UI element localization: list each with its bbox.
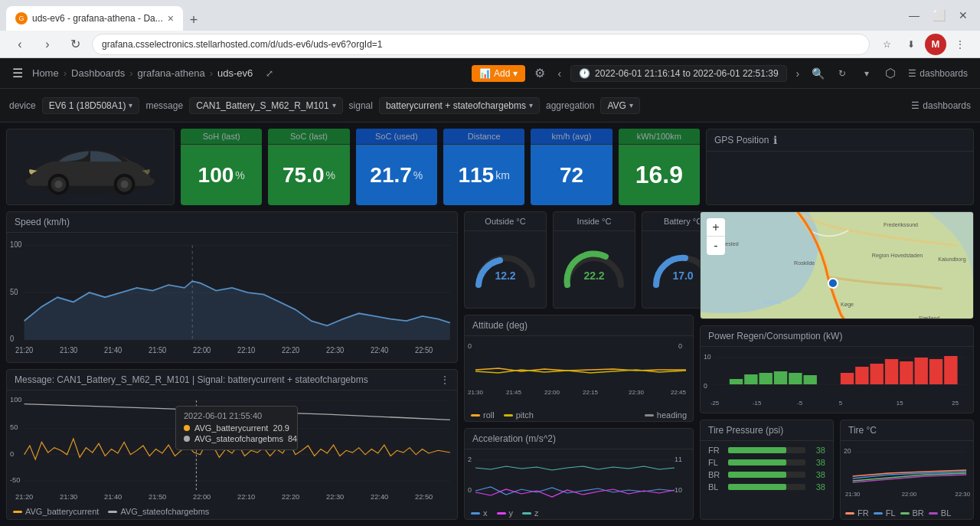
legend-z-color bbox=[522, 512, 531, 515]
car-image bbox=[7, 129, 174, 204]
profile-button[interactable]: M bbox=[925, 34, 946, 55]
active-tab[interactable]: G uds-ev6 - grafana-athena - Da... × bbox=[6, 6, 183, 31]
soc-used-value: 21.7% bbox=[356, 145, 437, 205]
outside-temp-panel: Outside °C 12.2 bbox=[464, 211, 547, 309]
distance-panel: Distance 115km bbox=[443, 129, 524, 205]
tire-pressure-panel: Tire Pressure (psi) FR 38 FL bbox=[700, 420, 834, 520]
tire-fl-row: FL 38 bbox=[708, 458, 825, 467]
grafana-app: ☰ Home › Dashboards › grafana-athena › u… bbox=[0, 58, 980, 526]
accel-chart-title: Acceleration (m/s^2) bbox=[472, 433, 556, 444]
svg-text:22:30: 22:30 bbox=[629, 389, 645, 396]
refresh-icon[interactable]: ↻ bbox=[833, 64, 851, 83]
legend-tire-fl-label: FL bbox=[886, 508, 896, 518]
svg-text:-25: -25 bbox=[710, 400, 720, 407]
download-icon[interactable]: ⬇ bbox=[900, 34, 922, 55]
forward-button[interactable]: › bbox=[37, 34, 58, 55]
tire-fr-bar-container bbox=[728, 447, 805, 453]
new-tab-button[interactable]: + bbox=[183, 9, 204, 31]
legend-y-color bbox=[497, 512, 506, 515]
svg-text:15: 15 bbox=[897, 400, 903, 407]
tire-fl-label: FL bbox=[708, 458, 724, 467]
dashboards-right-label: dashboards bbox=[923, 100, 971, 111]
svg-rect-99 bbox=[915, 358, 928, 384]
svg-text:21:30: 21:30 bbox=[60, 493, 77, 500]
breadcrumb-dashboards[interactable]: Dashboards bbox=[71, 67, 125, 79]
time-range-picker[interactable]: 🕐 2022-06-01 21:16:14 to 2022-06-01 22:5… bbox=[570, 65, 787, 82]
time-next-button[interactable]: › bbox=[793, 64, 803, 83]
gps-map-container[interactable]: Helsingør Hundested Hillerød Frederikssu… bbox=[701, 212, 973, 319]
time-prev-button[interactable]: ‹ bbox=[554, 64, 564, 83]
legend-x-color bbox=[471, 512, 480, 515]
dashboards-right-button[interactable]: ☰ dashboards bbox=[911, 100, 971, 111]
tire-pressure-header: Tire Pressure (psi) bbox=[701, 420, 833, 441]
breadcrumb-home[interactable]: Home bbox=[32, 67, 59, 79]
tire-bl-label: BL bbox=[708, 482, 724, 492]
svg-text:17.0: 17.0 bbox=[672, 270, 693, 282]
attitude-chart-svg: 0 0 21:30 21:45 22:00 22:15 bbox=[468, 339, 690, 400]
inside-temp-body: 22.2 bbox=[554, 231, 635, 308]
svg-text:Sjælland: Sjælland bbox=[919, 315, 940, 319]
legend-heading-label: heading bbox=[657, 410, 687, 420]
url-input[interactable]: grafana.csselectronics.stellarhosted.com… bbox=[92, 34, 870, 55]
svg-text:21:30: 21:30 bbox=[60, 345, 78, 354]
distance-value: 115km bbox=[443, 145, 524, 205]
maximize-button[interactable]: ⬜ bbox=[928, 8, 949, 23]
tab-close-btn[interactable]: × bbox=[168, 12, 174, 25]
time-range-value: 2022-06-01 21:16:14 to 2022-06-01 22:51:… bbox=[595, 68, 779, 79]
attitude-legend: roll pitch heading bbox=[465, 409, 693, 421]
svg-text:22:00: 22:00 bbox=[193, 493, 211, 500]
center-col: Outside °C 12.2 bbox=[464, 211, 694, 520]
aggregation-filter-label: aggregation bbox=[546, 100, 594, 111]
legend-tire-br: BR bbox=[900, 508, 924, 518]
breadcrumb-current: uds-ev6 bbox=[217, 67, 253, 79]
hamburger-menu[interactable]: ☰ bbox=[9, 63, 26, 83]
add-button[interactable]: 📊 Add ▾ bbox=[472, 65, 525, 82]
refresh-button[interactable]: ↻ bbox=[64, 34, 86, 55]
svg-text:100: 100 bbox=[10, 240, 22, 249]
breadcrumb-sep1: › bbox=[64, 67, 67, 79]
settings-icon[interactable]: ⚙ bbox=[531, 63, 548, 83]
svg-point-4 bbox=[54, 181, 62, 188]
accel-legend: x y z bbox=[465, 507, 693, 519]
aggregation-filter-select[interactable]: AVG ▾ bbox=[600, 97, 639, 114]
message-filter-select[interactable]: CAN1_Battery_S_M62_R_M101 ▾ bbox=[189, 97, 342, 114]
tv-mode-button[interactable]: ⬡ bbox=[882, 63, 899, 83]
svg-rect-100 bbox=[929, 359, 942, 384]
soh-header: SoH (last) bbox=[181, 129, 262, 145]
close-button[interactable]: ✕ bbox=[952, 8, 974, 23]
map-zoom-in-button[interactable]: + bbox=[707, 218, 725, 237]
minimize-button[interactable]: — bbox=[903, 8, 925, 23]
battery-chart-menu[interactable]: ⋮ bbox=[440, 374, 449, 385]
zoom-out-button[interactable]: 🔍 bbox=[808, 64, 827, 83]
map-zoom-out-button[interactable]: - bbox=[707, 237, 725, 255]
svg-text:21:50: 21:50 bbox=[149, 345, 167, 354]
svg-text:Køge: Køge bbox=[841, 302, 854, 308]
menu-icon[interactable]: ⋮ bbox=[949, 34, 971, 55]
gauge-row: Outside °C 12.2 bbox=[464, 211, 694, 309]
left-col: Speed (km/h) 100 50 0 bbox=[6, 211, 458, 520]
dashboards-list-button[interactable]: ☰ dashboards bbox=[905, 65, 971, 82]
svg-text:Frederikssund: Frederikssund bbox=[884, 222, 918, 228]
svg-text:0: 0 bbox=[468, 486, 472, 494]
share-button[interactable]: ⤢ bbox=[259, 63, 280, 84]
attitude-chart-header: Attitude (deg) bbox=[465, 315, 693, 336]
svg-rect-96 bbox=[871, 364, 884, 384]
interval-dropdown[interactable]: ▾ bbox=[858, 64, 876, 83]
svg-text:Region Hovedstaden: Region Hovedstaden bbox=[872, 253, 923, 259]
kwh-value: 16.9 bbox=[619, 145, 700, 205]
attitude-chart-title: Attitude (deg) bbox=[472, 320, 528, 331]
right-col: Helsingør Hundested Hillerød Frederikssu… bbox=[700, 211, 974, 520]
bookmark-icon[interactable]: ☆ bbox=[876, 34, 897, 55]
device-filter-select[interactable]: EV6 1 (18D508A1) ▾ bbox=[42, 97, 140, 114]
gps-header: GPS Position ℹ bbox=[707, 129, 973, 152]
gps-info-icon[interactable]: ℹ bbox=[773, 134, 777, 146]
svg-text:22:00: 22:00 bbox=[193, 345, 211, 354]
back-button[interactable]: ‹ bbox=[9, 34, 31, 55]
svg-text:2: 2 bbox=[468, 456, 472, 463]
svg-text:Roskilde: Roskilde bbox=[794, 261, 815, 267]
soh-panel: SoH (last) 100% bbox=[181, 129, 262, 205]
tire-bl-bar bbox=[728, 484, 786, 490]
signal-filter-select[interactable]: batterycurrent + stateofchargebms ▾ bbox=[379, 97, 540, 114]
battery-chart-svg: 100 50 0 -50 bbox=[10, 394, 454, 501]
breadcrumb-folder[interactable]: grafana-athena bbox=[137, 67, 204, 79]
